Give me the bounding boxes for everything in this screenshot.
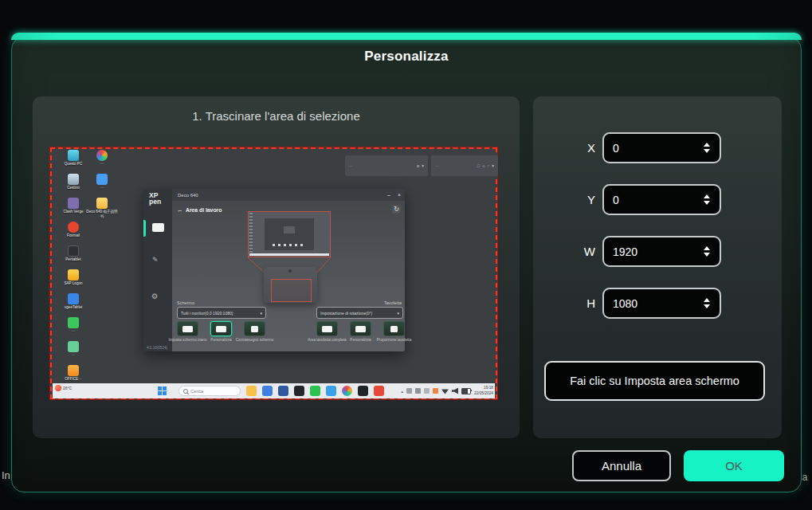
step-down-icon[interactable] bbox=[704, 201, 710, 205]
x-field[interactable]: 0 bbox=[602, 132, 721, 163]
foxmail-icon bbox=[68, 222, 79, 233]
set-screen-area-button[interactable]: Fai clic su Imposta area schermo bbox=[544, 361, 765, 401]
y-stepper bbox=[699, 194, 715, 205]
y-field-value[interactable]: 0 bbox=[604, 194, 699, 206]
tablet-section-label: Tavoletta bbox=[384, 300, 402, 305]
background-text-fragment-left: In bbox=[2, 469, 10, 481]
desktop-icon: SAP Logon bbox=[57, 269, 89, 286]
desktop-icon: ··· bbox=[86, 174, 118, 190]
mini-taskbar bbox=[249, 253, 329, 256]
blue-app-icon bbox=[262, 386, 273, 396]
customize-tablet-button bbox=[350, 321, 371, 336]
desktop-icon: ugeeTablet bbox=[57, 293, 89, 310]
step-down-icon[interactable] bbox=[704, 253, 710, 257]
driver-window-title: Deco 640 bbox=[176, 193, 380, 198]
desktop-icon: OFFICE··· bbox=[57, 365, 89, 382]
h-stepper bbox=[699, 298, 715, 308]
pen-icon: ✎ bbox=[152, 256, 159, 264]
tray-chevron-icon: ▴ bbox=[401, 389, 403, 394]
driver-titlebar: Deco 640 – × bbox=[172, 189, 405, 201]
work-area-page-title: Area di lavoro bbox=[186, 207, 222, 213]
weather-icon bbox=[55, 385, 61, 391]
x-field-value[interactable]: 0 bbox=[604, 142, 699, 155]
driver-sidebar: XP pen ✎ ⚙ bbox=[143, 189, 172, 351]
ok-button[interactable]: OK bbox=[684, 450, 784, 481]
xppen-logo: XP pen bbox=[149, 192, 161, 205]
sap-logon-icon bbox=[68, 269, 79, 280]
minimize-icon: – bbox=[387, 192, 390, 198]
navy-app-icon bbox=[278, 386, 288, 396]
monitor-mapping-preview bbox=[248, 211, 331, 257]
square-icon: □ bbox=[477, 163, 480, 168]
desktop-icon: Deco 640 电子说明书 bbox=[86, 198, 118, 218]
tablet-active-area bbox=[271, 279, 312, 302]
step-up-icon[interactable] bbox=[704, 298, 710, 302]
full-screen-button bbox=[177, 321, 198, 336]
desktop-icon: Foxmail bbox=[57, 222, 89, 238]
tablet-device-preview bbox=[264, 267, 317, 303]
wifi-icon bbox=[441, 388, 449, 394]
pentablet-icon bbox=[68, 245, 79, 257]
w-stepper bbox=[699, 246, 715, 257]
desktop-widget-toolbar: ··· □⌂↑▾ bbox=[431, 155, 498, 176]
deco-folder-icon bbox=[96, 198, 108, 209]
y-field[interactable]: 0 bbox=[602, 184, 721, 215]
screen-area-preview[interactable]: Questo PC Cestino Clash Verge Foxmail Pe… bbox=[50, 147, 497, 399]
h-field-value[interactable]: 1080 bbox=[604, 297, 699, 310]
green-chat-app-icon bbox=[68, 317, 79, 328]
selection-panel: 1. Trascinare l'area di selezione Questo… bbox=[33, 96, 520, 438]
work-area-tab-icon bbox=[152, 223, 164, 232]
battery-icon bbox=[461, 388, 471, 394]
clash-verge-icon bbox=[68, 198, 79, 209]
chevron-down-icon: ▾ bbox=[397, 311, 399, 316]
recycle-bin-icon bbox=[68, 174, 79, 185]
system-tray: ▴ 19:18 22/05/2024 bbox=[401, 385, 493, 397]
ugee-tablet-icon bbox=[68, 293, 79, 304]
screen-mark-button bbox=[244, 321, 265, 336]
blue-app-icon bbox=[96, 174, 108, 185]
dark-teal-app-icon bbox=[358, 386, 368, 396]
desktop-icon: Pentablet bbox=[57, 245, 89, 262]
y-field-label: Y bbox=[565, 184, 595, 215]
taskbar-clock: 19:18 22/05/2024 bbox=[474, 386, 493, 396]
step-up-icon[interactable] bbox=[704, 194, 710, 198]
driver-window: XP pen ✎ ⚙ Deco 640 – × ← bbox=[143, 189, 405, 351]
h-field-label: H bbox=[565, 288, 595, 319]
chevron-down-icon: ▾ bbox=[422, 163, 424, 168]
taskbar-search: Cerca bbox=[178, 386, 241, 396]
full-tablet-area-button bbox=[316, 321, 338, 336]
desktop-widget-toolbar: ··· ≡▾ bbox=[345, 155, 428, 176]
dialog-title: Personalizza bbox=[12, 49, 801, 65]
screen-dropdown: Tutti i monitor(0,0 1920:1080) ▾ bbox=[177, 307, 266, 319]
h-field[interactable]: 1080 bbox=[602, 288, 721, 319]
mini-window-thumbnail bbox=[265, 218, 314, 250]
volume-icon bbox=[452, 388, 458, 394]
step-down-icon[interactable] bbox=[704, 304, 710, 308]
back-arrow-icon: ← bbox=[177, 206, 183, 214]
taskbar-apps bbox=[246, 386, 384, 396]
coordinates-panel: X 0 Y 0 W 1920 H bbox=[533, 96, 782, 438]
x-stepper bbox=[699, 143, 715, 153]
desktop-icon: ··· bbox=[57, 341, 89, 358]
cancel-button[interactable]: Annulla bbox=[572, 450, 671, 481]
step-up-icon[interactable] bbox=[704, 246, 710, 250]
home-icon: ⌂ bbox=[482, 163, 484, 168]
selection-instruction: 1. Trascinare l'area di selezione bbox=[33, 109, 520, 123]
customize-screen-button bbox=[210, 321, 232, 336]
rotation-dropdown: Impostazione di rotazione(0°) ▾ bbox=[316, 307, 403, 319]
step-down-icon[interactable] bbox=[704, 149, 710, 153]
chevron-down-icon: ▾ bbox=[492, 163, 494, 168]
screen-section-label: Schermo bbox=[177, 300, 194, 305]
tray-icon bbox=[433, 388, 438, 394]
desktop-icon: Cestino bbox=[57, 174, 89, 190]
x-field-label: X bbox=[565, 132, 595, 163]
desktop-icon: Clash Verge bbox=[57, 198, 89, 214]
w-field-value[interactable]: 1920 bbox=[604, 245, 699, 258]
gear-icon: ⚙ bbox=[151, 292, 159, 300]
green-play-app-icon bbox=[310, 386, 320, 396]
step-up-icon[interactable] bbox=[704, 143, 710, 147]
tray-icon bbox=[415, 388, 421, 394]
driver-version: 4.0.10(0524) bbox=[147, 346, 167, 350]
w-field[interactable]: 1920 bbox=[602, 236, 721, 267]
photos-app-icon bbox=[326, 386, 336, 396]
